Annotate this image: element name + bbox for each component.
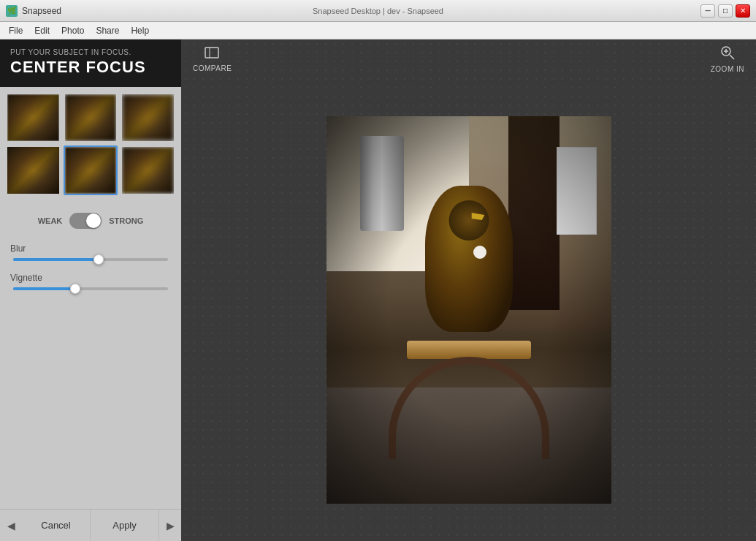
eagle-body [425,186,513,332]
sidebar-header: PUT YOUR SUBJECT IN FOCUS. CENTER FOCUS [0,39,181,87]
cancel-button[interactable]: Cancel [22,510,91,542]
thumbnail-1[interactable] [6,93,61,143]
focus-circle[interactable] [473,246,486,259]
toggle-weak-label: WEAK [38,216,63,225]
compare-label: COMPARE [193,64,232,72]
menu-edit[interactable]: Edit [28,24,56,37]
svg-rect-0 [205,48,218,58]
thumbnail-4[interactable] [6,145,61,195]
photo-white-box [557,147,597,235]
title-bar-left: 🌿 Snapseed [6,5,61,17]
blur-slider-group: Blur [10,243,171,261]
photo-cylinder [360,136,404,231]
apply-button[interactable]: Apply [91,510,159,542]
thumbnail-3[interactable] [121,93,175,143]
minimize-button[interactable]: ─ [700,4,715,18]
svg-line-2 [730,55,734,59]
blur-label: Blur [10,243,171,254]
maximize-button[interactable]: □ [718,4,733,18]
toggle-strong-label: STRONG [109,216,143,225]
eagle-arch [389,357,549,459]
sidebar: PUT YOUR SUBJECT IN FOCUS. CENTER FOCUS [0,39,181,541]
window-title: Snapseed Desktop | dev - Snapseed [313,7,443,15]
thumbnails-grid [0,87,181,201]
thumbnail-2[interactable] [64,93,118,143]
vignette-label: Vignette [10,273,171,283]
menu-file[interactable]: File [3,24,28,37]
zoom-in-label: ZOOM IN [711,65,744,73]
controls-area: WEAK STRONG Blur Vignette [0,201,181,509]
zoom-icon [720,45,735,64]
toggle-switch[interactable] [69,213,102,229]
prev-arrow[interactable]: ◀ [0,510,22,542]
toggle-row: WEAK STRONG [10,213,171,229]
eagle-beak [471,213,484,220]
main-layout: PUT YOUR SUBJECT IN FOCUS. CENTER FOCUS [0,39,756,541]
blur-thumb[interactable] [93,254,104,265]
sidebar-bottom: ◀ Cancel Apply ▶ [0,509,181,541]
vignette-slider-group: Vignette [10,273,171,290]
canvas-area: COMPARE ZOOM IN [181,39,756,541]
photo-container [181,79,756,541]
app-icon: 🌿 [6,5,18,17]
menu-photo[interactable]: Photo [56,24,90,37]
photo-dark-shelves [508,116,560,310]
close-button[interactable]: ✕ [736,4,750,18]
toggle-knob [86,213,101,228]
menu-bar: File Edit Photo Share Help [0,22,756,39]
sidebar-subtitle: PUT YOUR SUBJECT IN FOCUS. [10,48,171,56]
eagle-head [448,200,489,241]
compare-icon [205,46,221,63]
eagle-photo [327,116,611,504]
photo-frame[interactable] [327,116,611,504]
top-toolbar: COMPARE ZOOM IN [181,39,756,79]
sidebar-title: CENTER FOCUS [10,58,171,77]
zoom-in-button[interactable]: ZOOM IN [711,45,744,73]
menu-help[interactable]: Help [125,24,155,37]
vignette-fill [13,287,75,290]
next-arrow[interactable]: ▶ [159,510,181,542]
app-title: Snapseed [22,6,61,16]
vignette-thumb[interactable] [70,284,80,294]
blur-track[interactable] [13,258,168,261]
vignette-track[interactable] [13,287,168,290]
menu-share[interactable]: Share [90,24,125,37]
window-controls: ─ □ ✕ [700,4,750,18]
title-bar: 🌿 Snapseed Snapseed Desktop | dev - Snap… [0,0,756,22]
compare-button[interactable]: COMPARE [193,46,232,72]
blur-fill [13,258,99,261]
thumbnail-5[interactable] [64,145,118,195]
thumbnail-6[interactable] [121,145,175,195]
